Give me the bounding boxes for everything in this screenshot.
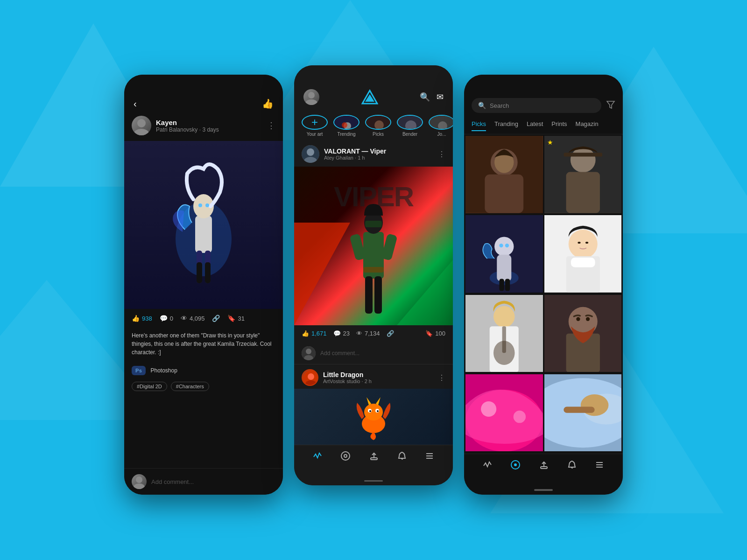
search-bar[interactable]: 🔍 Search: [472, 98, 601, 113]
p2-eye-icon: 👁: [356, 330, 362, 337]
nav-bell[interactable]: [397, 451, 407, 463]
comment-placeholder[interactable]: Add comment...: [151, 478, 194, 485]
tag-characters[interactable]: #Characters: [171, 382, 209, 391]
p2-post1-header: VALORANT — Viper Atey Ghailan · 1 h ⋮: [294, 140, 453, 167]
svg-point-109: [514, 463, 517, 466]
svg-point-53: [364, 404, 383, 420]
more-options-button[interactable]: ⋮: [267, 120, 275, 131]
nav-menu[interactable]: [425, 451, 434, 463]
share-stat[interactable]: 🔗: [212, 315, 220, 322]
post1-sub: Atey Ghailan · 1 h: [324, 155, 386, 161]
p1-comment-row[interactable]: Add comment...: [124, 468, 283, 495]
nav-compass[interactable]: [340, 451, 351, 463]
svg-rect-13: [205, 262, 211, 283]
bender-circle[interactable]: [397, 115, 423, 130]
p2-share[interactable]: 🔗: [387, 330, 394, 337]
artstation-logo: [361, 89, 378, 105]
post1-title[interactable]: VALORANT — Viper: [324, 147, 386, 155]
p3-tabs: Picks Tranding Latest Prints Magazin: [464, 118, 623, 134]
likes-stat[interactable]: 👍 938: [132, 315, 152, 322]
star-badge: ★: [547, 139, 553, 146]
comments-stat[interactable]: 💬 0: [160, 315, 173, 322]
p2-comment-icon: 💬: [333, 330, 341, 337]
p2-header-icons: 🔍 ✉: [420, 92, 444, 102]
post2-avatar[interactable]: [302, 369, 318, 386]
dragon-svg: [345, 393, 402, 440]
svg-point-47: [306, 349, 311, 354]
nav-activity[interactable]: [313, 451, 322, 463]
svg-rect-73: [566, 172, 599, 213]
search-header-icon[interactable]: 🔍: [420, 92, 430, 102]
p2-header: 🔍 ✉: [294, 65, 453, 110]
p2-thumb-icon: 👍: [302, 330, 309, 337]
p1-tool-row: Ps Photoshop: [124, 362, 283, 379]
post2-title[interactable]: Little Dragon: [323, 371, 372, 378]
post1-avatar[interactable]: [302, 145, 319, 163]
svg-point-60: [341, 452, 350, 460]
svg-rect-8: [195, 216, 212, 253]
p3-nav-menu[interactable]: [595, 460, 604, 472]
grid-item-4[interactable]: [544, 215, 622, 293]
grid-item-1[interactable]: [465, 136, 543, 213]
send-icon[interactable]: ✉: [437, 92, 444, 102]
tab-prints[interactable]: Prints: [551, 120, 567, 131]
bookmark-stat[interactable]: 🔖 31: [227, 315, 244, 322]
post2-more[interactable]: ⋮: [438, 373, 445, 382]
story-your-art[interactable]: + Your art: [302, 115, 328, 137]
p3-nav-upload[interactable]: [539, 460, 549, 472]
picks-circle[interactable]: [365, 115, 391, 130]
svg-point-5: [137, 119, 146, 127]
your-art-circle[interactable]: +: [302, 115, 328, 130]
p3-nav-activity[interactable]: [483, 460, 492, 472]
jo-circle[interactable]: [429, 115, 453, 130]
like-button[interactable]: 👍: [262, 98, 274, 109]
p2-user-avatar[interactable]: [303, 89, 319, 105]
tab-picks[interactable]: Picks: [472, 120, 486, 131]
svg-point-17: [134, 483, 145, 489]
avatar[interactable]: [132, 116, 151, 135]
svg-point-79: [499, 244, 503, 247]
story-bender[interactable]: Bender: [397, 115, 423, 137]
svg-point-59: [377, 410, 379, 412]
post1-more[interactable]: ⋮: [438, 150, 445, 159]
p3-image-grid: ★: [464, 134, 623, 454]
comment-avatar: [132, 474, 147, 489]
grid-item-6[interactable]: [544, 295, 622, 372]
svg-point-101: [481, 401, 496, 417]
p3-nav-bell[interactable]: [567, 460, 577, 472]
back-button[interactable]: ‹: [134, 98, 137, 109]
story-trending[interactable]: Trending: [333, 115, 359, 137]
p2-bookmark-icon: 🔖: [425, 330, 433, 337]
tab-latest[interactable]: Latest: [527, 120, 543, 131]
svg-point-84: [568, 230, 597, 259]
p2-bookmark[interactable]: 🔖 100: [425, 330, 445, 337]
tab-trending[interactable]: Tranding: [494, 120, 518, 131]
p2-comments[interactable]: 💬 23: [333, 330, 350, 337]
filter-icon[interactable]: [606, 100, 615, 112]
p2-likes[interactable]: 👍 1,671: [302, 330, 327, 337]
comment-icon: 💬: [160, 315, 168, 322]
nav-upload[interactable]: [369, 451, 379, 463]
svg-rect-82: [505, 279, 510, 291]
p2-comment-row[interactable]: Add comment...: [294, 342, 453, 364]
trending-circle[interactable]: [333, 115, 359, 130]
grid-item-5[interactable]: [465, 295, 543, 372]
grid-item-7[interactable]: [465, 374, 543, 452]
grid-item-8[interactable]: [544, 374, 622, 452]
p2-add-comment[interactable]: Add comment...: [320, 350, 359, 357]
user-name[interactable]: Kayen: [156, 119, 262, 126]
p2-share-icon: 🔗: [387, 330, 394, 337]
p1-artwork: [124, 141, 283, 309]
story-picks[interactable]: Picks: [365, 115, 391, 137]
svg-point-18: [308, 92, 315, 98]
p3-bottom-nav: [464, 454, 623, 486]
grid-item-3[interactable]: [465, 215, 543, 293]
grid-item-2[interactable]: ★: [544, 136, 622, 213]
svg-point-6: [134, 129, 149, 135]
phone-1: ‹ 👍 Kayen Patri Balanovsky · 3 days: [124, 75, 283, 495]
p1-stats: 👍 938 💬 0 👁 4,095 🔗 🔖 31: [124, 309, 283, 328]
story-jo[interactable]: Jo...: [429, 115, 453, 137]
p3-nav-compass[interactable]: [510, 460, 521, 472]
tab-magazine[interactable]: Magazin: [576, 120, 599, 131]
tag-digital2d[interactable]: #Digital 2D: [132, 382, 167, 391]
